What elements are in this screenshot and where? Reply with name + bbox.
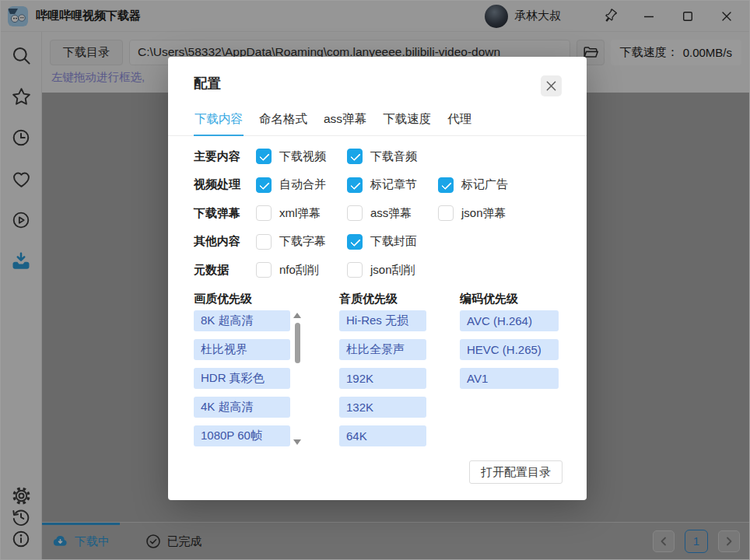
option-json-scrape[interactable]: json刮削 bbox=[347, 262, 438, 278]
config-tabs: 下载内容 命名格式 ass弹幕 下载速度 代理 bbox=[168, 103, 587, 136]
row-main-content: 主要内容 下载视频 下载音频 bbox=[194, 145, 562, 167]
row-label: 主要内容 bbox=[194, 149, 256, 164]
option-ass-danmaku[interactable]: ass弹幕 bbox=[347, 205, 438, 221]
option-label: json刮削 bbox=[370, 263, 415, 278]
checkbox[interactable] bbox=[256, 149, 272, 164]
tab-naming-format[interactable]: 命名格式 bbox=[258, 103, 308, 136]
option-mark-chapters[interactable]: 标记章节 bbox=[347, 177, 438, 193]
checkbox[interactable] bbox=[256, 262, 272, 278]
tab-download-speed[interactable]: 下载速度 bbox=[382, 103, 432, 136]
row-metadata: 元数据 nfo刮削 json刮削 bbox=[194, 259, 562, 281]
video-quality-list: 8K 超高清 杜比视界 HDR 真彩色 4K 超高清 1080P 60帧 bbox=[194, 310, 290, 454]
list-item[interactable]: Hi-Res 无损 bbox=[339, 310, 426, 331]
video-quality-priority: 画质优先级 8K 超高清 杜比视界 HDR 真彩色 4K 超高清 1080P 6… bbox=[194, 292, 303, 454]
option-download-cover[interactable]: 下载封面 bbox=[347, 234, 438, 250]
checkbox[interactable] bbox=[347, 205, 363, 221]
row-other-content: 其他内容 下载字幕 下载封面 bbox=[194, 231, 562, 253]
scroll-track[interactable] bbox=[292, 321, 303, 436]
list-item[interactable]: 132K bbox=[339, 397, 426, 418]
audio-quality-priority: 音质优先级 Hi-Res 无损 杜比全景声 192K 132K 64K bbox=[339, 292, 426, 454]
priority-section: 画质优先级 8K 超高清 杜比视界 HDR 真彩色 4K 超高清 1080P 6… bbox=[194, 292, 562, 454]
priority-title: 编码优先级 bbox=[460, 292, 559, 306]
option-auto-merge[interactable]: 自动合并 bbox=[256, 177, 347, 193]
option-label: 标记章节 bbox=[370, 177, 417, 192]
checkbox[interactable] bbox=[347, 234, 363, 250]
row-video-processing: 视频处理 自动合并 标记章节 标记广告 bbox=[194, 174, 562, 196]
option-label: 下载封面 bbox=[370, 234, 417, 249]
config-dialog: 配置 下载内容 命名格式 ass弹幕 下载速度 代理 主要内容 下载视频 下载音… bbox=[168, 57, 587, 500]
list-item[interactable]: 杜比视界 bbox=[194, 339, 290, 360]
option-download-video[interactable]: 下载视频 bbox=[256, 149, 347, 164]
row-download-danmaku: 下载弹幕 xml弹幕 ass弹幕 json弹幕 bbox=[194, 202, 562, 224]
option-label: json弹幕 bbox=[461, 206, 506, 221]
list-item[interactable]: 4K 超高清 bbox=[194, 397, 290, 418]
list-item[interactable]: AVC (H.264) bbox=[460, 310, 559, 331]
tab-ass-danmaku[interactable]: ass弹幕 bbox=[323, 103, 367, 136]
checkbox[interactable] bbox=[347, 177, 363, 193]
codec-priority: 编码优先级 AVC (H.264) HEVC (H.265) AV1 bbox=[460, 292, 559, 454]
priority-title: 画质优先级 bbox=[194, 292, 303, 306]
close-icon bbox=[545, 80, 557, 92]
row-label: 元数据 bbox=[194, 263, 256, 278]
config-body: 主要内容 下载视频 下载音频 视频处理 自动合并 标记章节 标记广告 下载弹幕 … bbox=[194, 133, 562, 500]
checkbox[interactable] bbox=[438, 177, 454, 193]
option-label: 自动合并 bbox=[279, 177, 326, 192]
scroll-thumb[interactable] bbox=[295, 323, 300, 363]
option-xml-danmaku[interactable]: xml弹幕 bbox=[256, 205, 347, 221]
option-label: 下载字幕 bbox=[279, 234, 326, 249]
checkbox[interactable] bbox=[347, 262, 363, 278]
tab-download-content[interactable]: 下载内容 bbox=[194, 103, 244, 136]
option-label: xml弹幕 bbox=[279, 206, 321, 221]
option-download-audio[interactable]: 下载音频 bbox=[347, 149, 438, 164]
checkbox[interactable] bbox=[438, 205, 454, 221]
option-label: 下载视频 bbox=[279, 149, 326, 164]
checkbox[interactable] bbox=[256, 234, 272, 250]
list-item[interactable]: 1080P 60帧 bbox=[194, 425, 290, 446]
tab-proxy[interactable]: 代理 bbox=[447, 103, 472, 136]
row-label: 其他内容 bbox=[194, 234, 256, 249]
dialog-close-button[interactable] bbox=[541, 75, 562, 96]
checkbox[interactable] bbox=[256, 177, 272, 193]
option-json-danmaku[interactable]: json弹幕 bbox=[438, 205, 529, 221]
app-window: 哔哩哔哩视频下载器 承林大叔 bbox=[0, 0, 750, 560]
codec-list: AVC (H.264) HEVC (H.265) AV1 bbox=[460, 310, 559, 389]
list-item[interactable]: 192K bbox=[339, 368, 426, 389]
dialog-title: 配置 bbox=[194, 74, 221, 93]
list-item[interactable]: 8K 超高清 bbox=[194, 310, 290, 331]
checkbox[interactable] bbox=[347, 149, 363, 164]
option-label: 标记广告 bbox=[461, 177, 508, 192]
checkbox[interactable] bbox=[256, 205, 272, 221]
priority-title: 音质优先级 bbox=[339, 292, 426, 306]
option-label: 下载音频 bbox=[370, 149, 417, 164]
row-label: 下载弹幕 bbox=[194, 206, 256, 221]
list-item[interactable]: AV1 bbox=[460, 368, 559, 389]
list-item[interactable]: 64K bbox=[339, 425, 426, 446]
option-nfo-scrape[interactable]: nfo刮削 bbox=[256, 262, 347, 278]
audio-quality-list: Hi-Res 无损 杜比全景声 192K 132K 64K bbox=[339, 310, 426, 446]
list-item[interactable]: 杜比全景声 bbox=[339, 339, 426, 360]
scroll-down-arrow-icon[interactable] bbox=[293, 439, 301, 445]
option-label: nfo刮削 bbox=[279, 263, 319, 278]
scrollbar[interactable] bbox=[292, 310, 303, 447]
list-item[interactable]: HDR 真彩色 bbox=[194, 368, 290, 389]
open-config-dir-button[interactable]: 打开配置目录 bbox=[469, 460, 562, 484]
scroll-up-arrow-icon[interactable] bbox=[293, 313, 301, 318]
option-label: ass弹幕 bbox=[370, 206, 412, 221]
option-mark-ads[interactable]: 标记广告 bbox=[438, 177, 529, 193]
option-download-subtitles[interactable]: 下载字幕 bbox=[256, 234, 347, 250]
row-label: 视频处理 bbox=[194, 177, 256, 192]
list-item[interactable]: HEVC (H.265) bbox=[460, 339, 559, 360]
